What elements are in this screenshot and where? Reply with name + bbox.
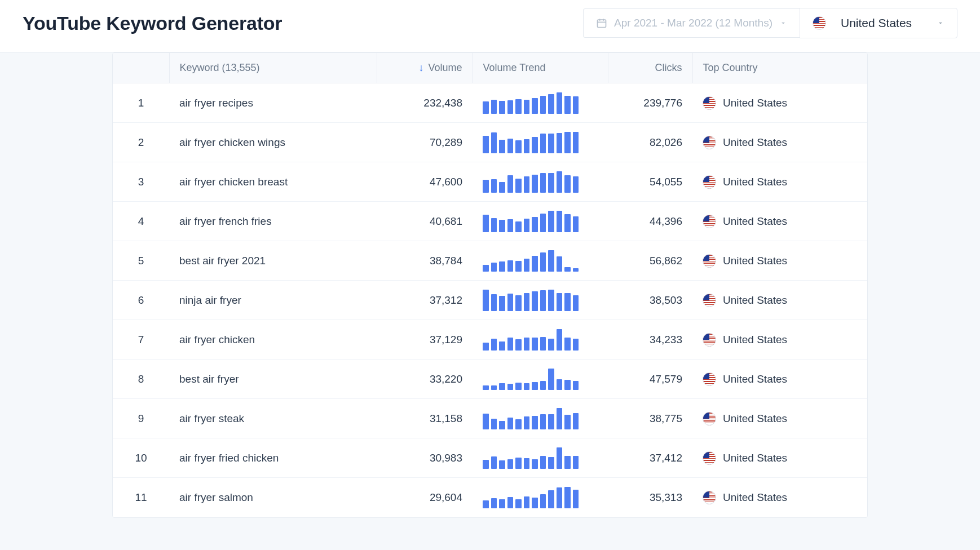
volume-cell: 40,681 <box>377 202 473 241</box>
table-row[interactable]: 7air fryer chicken37,12934,233United Sta… <box>113 320 867 360</box>
volume-trend-sparkline <box>483 487 579 508</box>
keyword-cell[interactable]: ninja air fryer <box>169 281 377 320</box>
keyword-cell[interactable]: best air fryer <box>169 360 377 399</box>
us-flag-icon <box>703 215 716 228</box>
table-row[interactable]: 4air fryer french fries40,68144,396Unite… <box>113 202 867 241</box>
rank-cell: 3 <box>113 162 169 202</box>
rank-cell: 1 <box>113 83 169 123</box>
volume-trend-sparkline <box>483 132 579 153</box>
keyword-cell[interactable]: air fryer chicken wings <box>169 123 377 162</box>
table-row[interactable]: 5best air fryer 202138,78456,862United S… <box>113 241 867 281</box>
trend-cell <box>473 281 608 320</box>
table-row[interactable]: 2air fryer chicken wings70,28982,026Unit… <box>113 123 867 162</box>
clicks-cell: 38,775 <box>608 399 692 438</box>
col-volume[interactable]: ↓Volume <box>377 53 473 83</box>
header-controls: Apr 2021 - Mar 2022 (12 Months) United S… <box>583 8 957 38</box>
keyword-cell[interactable]: best air fryer 2021 <box>169 241 377 281</box>
col-volume-label: Volume <box>428 62 462 73</box>
keyword-cell[interactable]: air fryer chicken breast <box>169 162 377 202</box>
keyword-cell[interactable]: air fryer salmon <box>169 478 377 517</box>
table-row[interactable]: 3air fryer chicken breast47,60054,055Uni… <box>113 162 867 202</box>
us-flag-icon <box>703 175 716 189</box>
us-flag-icon <box>813 16 826 30</box>
table-row[interactable]: 6ninja air fryer37,31238,503United State… <box>113 281 867 320</box>
top-country-label: United States <box>723 334 787 345</box>
top-country-cell: United States <box>692 478 867 517</box>
top-country-label: United States <box>723 452 787 464</box>
rank-cell: 5 <box>113 241 169 281</box>
col-trend[interactable]: Volume Trend <box>473 53 608 83</box>
table-row[interactable]: 10air fryer fried chicken30,98337,412Uni… <box>113 438 867 478</box>
table-row[interactable]: 8best air fryer33,22047,579United States <box>113 360 867 399</box>
volume-trend-sparkline <box>483 92 579 114</box>
top-country-cell: United States <box>692 360 867 399</box>
trend-cell <box>473 320 608 360</box>
svg-rect-0 <box>598 20 606 27</box>
top-country-label: United States <box>723 491 787 503</box>
trend-cell <box>473 83 608 123</box>
clicks-cell: 82,026 <box>608 123 692 162</box>
rank-cell: 8 <box>113 360 169 399</box>
volume-trend-sparkline <box>483 290 579 311</box>
rank-cell: 7 <box>113 320 169 360</box>
top-country-label: United States <box>723 255 787 267</box>
col-top-country[interactable]: Top Country <box>692 53 867 83</box>
date-range-picker[interactable]: Apr 2021 - Mar 2022 (12 Months) <box>583 8 800 38</box>
top-country-label: United States <box>723 136 787 148</box>
rank-cell: 11 <box>113 478 169 517</box>
table-wrap: Keyword (13,555) ↓Volume Volume Trend Cl… <box>78 52 902 540</box>
col-clicks[interactable]: Clicks <box>608 53 692 83</box>
trend-cell <box>473 399 608 438</box>
us-flag-icon <box>703 136 716 149</box>
keyword-cell[interactable]: air fryer recipes <box>169 83 377 123</box>
rank-cell: 6 <box>113 281 169 320</box>
col-rank[interactable] <box>113 53 169 83</box>
top-country-cell: United States <box>692 438 867 478</box>
us-flag-icon <box>703 333 716 347</box>
clicks-cell: 34,233 <box>608 320 692 360</box>
date-range-label: Apr 2021 - Mar 2022 (12 Months) <box>614 17 772 29</box>
top-country-cell: United States <box>692 399 867 438</box>
calendar-icon <box>596 17 607 29</box>
volume-cell: 47,600 <box>377 162 473 202</box>
keyword-cell[interactable]: air fryer fried chicken <box>169 438 377 478</box>
clicks-cell: 47,579 <box>608 360 692 399</box>
volume-cell: 29,604 <box>377 478 473 517</box>
volume-trend-sparkline <box>483 329 579 351</box>
clicks-cell: 44,396 <box>608 202 692 241</box>
table-row[interactable]: 11air fryer salmon29,60435,313United Sta… <box>113 478 867 517</box>
clicks-cell: 239,776 <box>608 83 692 123</box>
clicks-cell: 38,503 <box>608 281 692 320</box>
volume-cell: 31,158 <box>377 399 473 438</box>
chevron-down-icon <box>779 19 787 27</box>
us-flag-icon <box>703 96 716 110</box>
clicks-cell: 35,313 <box>608 478 692 517</box>
clicks-cell: 37,412 <box>608 438 692 478</box>
page-title: YouTube Keyword Generator <box>23 12 282 34</box>
col-keyword[interactable]: Keyword (13,555) <box>169 53 377 83</box>
top-country-label: United States <box>723 373 787 385</box>
volume-cell: 33,220 <box>377 360 473 399</box>
us-flag-icon <box>703 372 716 386</box>
country-picker[interactable]: United States <box>800 8 957 38</box>
sort-desc-icon: ↓ <box>418 62 423 73</box>
volume-trend-sparkline <box>483 211 579 232</box>
top-country-label: United States <box>723 412 787 424</box>
top-country-cell: United States <box>692 83 867 123</box>
table-row[interactable]: 9air fryer steak31,15838,775United State… <box>113 399 867 438</box>
top-country-label: United States <box>723 215 787 227</box>
volume-cell: 232,438 <box>377 83 473 123</box>
top-country-cell: United States <box>692 162 867 202</box>
top-country-cell: United States <box>692 202 867 241</box>
keyword-cell[interactable]: air fryer french fries <box>169 202 377 241</box>
table-row[interactable]: 1air fryer recipes232,438239,776United S… <box>113 83 867 123</box>
chevron-down-icon <box>937 19 944 27</box>
keyword-cell[interactable]: air fryer steak <box>169 399 377 438</box>
keyword-cell[interactable]: air fryer chicken <box>169 320 377 360</box>
volume-trend-sparkline <box>483 369 579 390</box>
trend-cell <box>473 241 608 281</box>
clicks-cell: 56,862 <box>608 241 692 281</box>
header-bar: YouTube Keyword Generator Apr 2021 - Mar… <box>0 0 980 52</box>
trend-cell <box>473 162 608 202</box>
top-country-cell: United States <box>692 320 867 360</box>
